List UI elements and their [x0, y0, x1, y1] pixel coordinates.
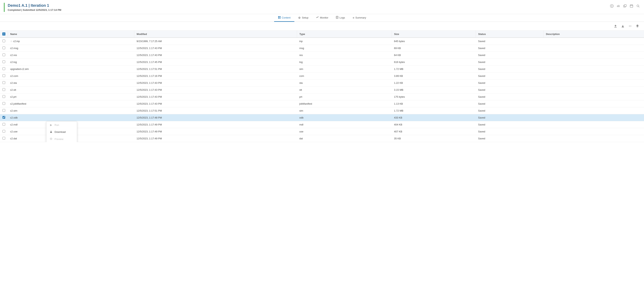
- tab-setup[interactable]: ⚙ Setup: [294, 14, 312, 22]
- row-checkbox[interactable]: [2, 54, 5, 56]
- row-checkbox[interactable]: [2, 116, 5, 119]
- row-checkbox-cell: [0, 45, 8, 52]
- row-size: 3.15 MB: [392, 86, 476, 93]
- context-menu-run[interactable]: ▶ Run: [46, 121, 77, 128]
- table-row[interactable]: c2.use12/5/2023, 1:17:49 PMuse407 KBSave…: [0, 128, 644, 135]
- row-name: c2.stt: [8, 86, 134, 93]
- row-checkbox[interactable]: [2, 88, 5, 91]
- row-checkbox[interactable]: [2, 109, 5, 112]
- row-status: Saved: [476, 45, 544, 52]
- table-row[interactable]: c2.mdl12/5/2023, 1:17:49 PMmdl404 KBSave…: [0, 121, 644, 128]
- row-checkbox[interactable]: [2, 102, 5, 105]
- run-icon[interactable]: [610, 4, 614, 8]
- table-row[interactable]: c2.log12/5/2023, 1:17:45 PMlog616 bytesS…: [0, 59, 644, 66]
- row-checkbox[interactable]: [2, 95, 5, 98]
- row-status: Saved: [476, 100, 544, 107]
- table-row[interactable]: c2.sta12/5/2023, 1:17:43 PMsta1.22 KBSav…: [0, 80, 644, 86]
- row-modified: 12/5/2023, 1:17:49 PM: [134, 121, 297, 128]
- table-row[interactable]: c2.odb12/5/2023, 1:17:48 PModb433 KBSave…: [0, 114, 644, 121]
- row-checkbox[interactable]: [2, 130, 5, 133]
- row-modified: 12/5/2023, 1:17:48 PM: [134, 114, 297, 121]
- compare-icon[interactable]: ab: [616, 4, 620, 8]
- table-body: ☆ c2.inp9/23/1999, 7:17:25 AMinp645 byte…: [0, 38, 644, 142]
- row-checkbox[interactable]: [2, 40, 5, 42]
- row-modified: 12/5/2023, 1:17:43 PM: [134, 86, 297, 93]
- move-icon[interactable]: [628, 23, 633, 29]
- row-checkbox-cell: [0, 86, 8, 93]
- calendar-icon[interactable]: [629, 4, 634, 8]
- search-icon[interactable]: [636, 4, 640, 8]
- row-modified: 12/5/2023, 1:17:43 PM: [134, 45, 297, 52]
- row-type: jobManifest: [297, 100, 392, 107]
- file-table: Name Modified Type Size Status Descripti…: [0, 31, 644, 142]
- tab-content[interactable]: Content: [274, 14, 294, 22]
- row-checkbox[interactable]: [2, 47, 5, 49]
- monitor-tab-icon: [316, 16, 319, 19]
- row-type: use: [297, 128, 392, 135]
- table-row[interactable]: c2.jobManifest12/5/2023, 1:17:43 PMjobMa…: [0, 100, 644, 107]
- tab-logs[interactable]: Logs: [332, 14, 349, 22]
- row-size: 64 KB: [392, 52, 476, 59]
- star-icon[interactable]: ☆: [10, 40, 13, 43]
- row-name: c2.sim: [8, 107, 134, 114]
- table-row[interactable]: c2.prt12/5/2023, 1:17:43 PMprt175 bytesS…: [0, 93, 644, 100]
- row-checkbox-cell: [0, 80, 8, 86]
- download-icon[interactable]: [620, 23, 626, 29]
- row-name: c2.sta: [8, 80, 134, 86]
- col-modified: Modified: [134, 31, 297, 38]
- table-row[interactable]: c2.sim12/5/2023, 1:17:51 PMsim1.72 MBSav…: [0, 107, 644, 114]
- upload-icon[interactable]: [613, 23, 618, 29]
- table-row[interactable]: ☆ c2.inp9/23/1999, 7:17:25 AMinp645 byte…: [0, 38, 644, 45]
- svg-rect-13: [278, 18, 279, 19]
- col-description: Description: [544, 31, 644, 38]
- row-type: inp: [297, 38, 392, 45]
- row-description: [544, 38, 644, 45]
- svg-rect-11: [278, 16, 279, 17]
- delete-icon[interactable]: [635, 23, 640, 29]
- row-description: [544, 107, 644, 114]
- tab-summary[interactable]: ≡ Summary: [349, 14, 370, 22]
- svg-marker-1: [612, 6, 612, 7]
- header-actions: ab: [610, 3, 640, 8]
- row-type: res: [297, 52, 392, 59]
- row-checkbox[interactable]: [2, 137, 5, 139]
- table-row[interactable]: c2.msg12/5/2023, 1:17:43 PMmsg69 KBSaved: [0, 45, 644, 52]
- row-checkbox[interactable]: [2, 67, 5, 70]
- select-all-header[interactable]: [0, 31, 8, 38]
- row-checkbox[interactable]: [2, 74, 5, 77]
- row-status: Saved: [476, 59, 544, 66]
- tab-setup-label: Setup: [302, 16, 308, 19]
- context-menu-preview[interactable]: Preview: [46, 135, 77, 142]
- row-size: 1.72 MB: [392, 107, 476, 114]
- row-size: 3.89 KB: [392, 73, 476, 80]
- row-size: 1.72 MB: [392, 66, 476, 73]
- page-title: Demo1 A.1 | Iteration 1: [8, 3, 61, 8]
- tab-monitor[interactable]: Monitor: [312, 14, 332, 22]
- row-description: [544, 52, 644, 59]
- page-subtitle: Completed | Submitted 12/5/2023, 1:17:14…: [8, 9, 61, 11]
- row-name: c2.com: [8, 73, 134, 80]
- row-status: Saved: [476, 38, 544, 45]
- row-status: Saved: [476, 121, 544, 128]
- clone-icon[interactable]: [623, 4, 627, 8]
- run-context-icon: ▶: [50, 123, 52, 126]
- context-menu-download[interactable]: Download: [46, 128, 77, 135]
- row-size: 407 KB: [392, 128, 476, 135]
- row-modified: 12/5/2023, 1:17:45 PM: [134, 59, 297, 66]
- row-checkbox[interactable]: [2, 60, 5, 63]
- table-row[interactable]: upgraded-c2.sim12/5/2023, 1:17:51 PMsim1…: [0, 66, 644, 73]
- row-checkbox-cell: [0, 66, 8, 73]
- row-status: Saved: [476, 86, 544, 93]
- row-name: c2.msg: [8, 45, 134, 52]
- select-all-checkbox[interactable]: [2, 32, 6, 36]
- row-description: [544, 59, 644, 66]
- row-status: Saved: [476, 128, 544, 135]
- row-checkbox[interactable]: [2, 123, 5, 126]
- table-row[interactable]: c2.com12/5/2023, 1:17:16 PMcom3.89 KBSav…: [0, 73, 644, 80]
- row-size: 1.13 KB: [392, 100, 476, 107]
- row-checkbox[interactable]: [2, 81, 5, 84]
- row-status: Saved: [476, 114, 544, 121]
- table-row[interactable]: c2.stt12/5/2023, 1:17:43 PMstt3.15 MBSav…: [0, 86, 644, 93]
- table-row[interactable]: c2.dat12/5/2023, 1:17:49 PMdat35 KBSaved: [0, 135, 644, 142]
- table-row[interactable]: c2.res12/5/2023, 1:17:43 PMres64 KBSaved: [0, 52, 644, 59]
